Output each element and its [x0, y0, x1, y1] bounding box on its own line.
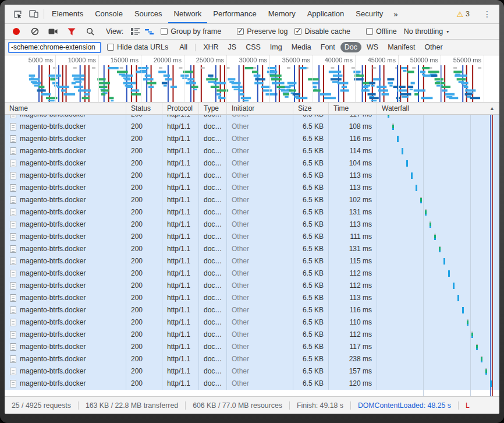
preserve-log-label: Preserve log — [247, 27, 288, 36]
cell-name: magento-btrfs.docker — [5, 170, 126, 182]
table-row[interactable]: magento-btrfs.docker200http/1.1doc…Other… — [5, 194, 499, 206]
table-row[interactable]: magento-btrfs.docker200http/1.1doc…Other… — [5, 304, 499, 316]
table-row[interactable]: magento-btrfs.docker200http/1.1doc…Other… — [5, 341, 499, 353]
table-row[interactable]: magento-btrfs.docker200http/1.1doc…Other… — [5, 353, 499, 365]
cell-time: 113 ms — [328, 218, 377, 231]
table-row[interactable]: magento-btrfs.docker200http/1.1doc…Other… — [5, 292, 499, 304]
cell-type: doc… — [198, 316, 226, 329]
cell-initiator: Other — [226, 267, 293, 280]
clear-network-log-button[interactable] — [28, 25, 42, 38]
inspect-element-icon[interactable] — [9, 5, 26, 23]
capture-screenshots-icon[interactable] — [46, 25, 60, 38]
hide-data-urls-label: Hide data URLs — [117, 43, 168, 51]
table-row[interactable]: magento-btrfs.docker200http/1.1doc…Other… — [5, 280, 499, 292]
cell-waterfall — [377, 231, 499, 243]
table-row[interactable]: magento-btrfs.docker200http/1.1doc…Other… — [5, 115, 499, 121]
table-row[interactable]: magento-btrfs.docker200http/1.1doc…Other… — [5, 206, 499, 218]
table-row[interactable]: magento-btrfs.docker200http/1.1doc…Other… — [5, 255, 499, 267]
cell-initiator: Other — [226, 194, 293, 206]
search-icon[interactable] — [83, 25, 97, 38]
type-filter-other[interactable]: Other — [420, 42, 446, 52]
tab-security[interactable]: Security — [350, 5, 389, 23]
table-row[interactable]: magento-btrfs.docker200http/1.1doc…Other… — [5, 170, 499, 182]
large-request-rows-icon[interactable] — [128, 25, 142, 38]
cell-size: 6.5 KB — [293, 243, 328, 255]
column-header-initiator[interactable]: Initiator — [226, 103, 293, 114]
table-row[interactable]: magento-btrfs.docker200http/1.1doc…Other… — [5, 182, 499, 194]
cell-size: 6.5 KB — [293, 231, 328, 243]
tab-performance[interactable]: Performance — [207, 5, 262, 23]
type-filter-xhr[interactable]: XHR — [199, 42, 222, 52]
cell-time: 116 ms — [328, 304, 377, 316]
cell-waterfall — [377, 243, 499, 255]
table-row[interactable]: magento-btrfs.docker200http/1.1doc…Other… — [5, 243, 499, 255]
column-header-status[interactable]: Status — [126, 103, 162, 114]
table-row[interactable]: magento-btrfs.docker200http/1.1doc…Other… — [5, 378, 499, 390]
table-row[interactable]: magento-btrfs.docker200http/1.1doc…Other… — [5, 329, 499, 341]
type-filter-ws[interactable]: WS — [363, 42, 382, 52]
tab-network[interactable]: Network — [168, 5, 208, 23]
cell-type: doc… — [198, 133, 226, 145]
document-icon — [10, 160, 16, 167]
cell-type: doc… — [198, 280, 226, 292]
table-row[interactable]: magento-btrfs.docker200http/1.1doc…Other… — [5, 365, 499, 378]
table-row[interactable]: magento-btrfs.docker200http/1.1doc…Other… — [5, 267, 499, 280]
cell-status: 200 — [126, 121, 162, 133]
request-name: magento-btrfs.docker — [20, 292, 86, 304]
type-filter-media[interactable]: Media — [288, 42, 315, 52]
show-overview-icon[interactable] — [142, 25, 156, 38]
throttling-dropdown[interactable]: No throttling ▾ — [404, 27, 449, 36]
type-filter-all[interactable]: All — [175, 42, 191, 52]
type-filter-manifest[interactable]: Manifest — [384, 42, 419, 52]
table-row[interactable]: magento-btrfs.docker200http/1.1doc…Other… — [5, 157, 499, 170]
resource-type-filters: AllXHRJSCSSImgMediaFontDocWSManifestOthe… — [175, 42, 446, 52]
tab-console[interactable]: Console — [89, 5, 129, 23]
type-filter-doc[interactable]: Doc — [340, 42, 361, 52]
more-tabs-button[interactable]: » — [389, 5, 402, 23]
filter-icon[interactable] — [65, 25, 79, 38]
disable-cache-checkbox[interactable] — [294, 28, 301, 35]
cell-size: 6.5 KB — [293, 182, 328, 194]
network-overview-timeline[interactable]: 5000 ms10000 ms15000 ms20000 ms25000 ms3… — [5, 55, 499, 103]
document-icon — [10, 184, 16, 192]
table-row[interactable]: magento-btrfs.docker200http/1.1doc…Other… — [5, 145, 499, 157]
cell-waterfall — [377, 170, 499, 182]
cell-protocol: http/1.1 — [162, 194, 198, 206]
table-row[interactable]: magento-btrfs.docker200http/1.1doc…Other… — [5, 133, 499, 145]
hide-data-urls-checkbox[interactable] — [107, 44, 114, 51]
column-header-type[interactable]: Type — [198, 103, 226, 114]
tab-application[interactable]: Application — [301, 5, 350, 23]
table-row[interactable]: magento-btrfs.docker200http/1.1doc…Other… — [5, 218, 499, 231]
device-toolbar-icon[interactable] — [26, 5, 42, 23]
tab-sources[interactable]: Sources — [129, 5, 168, 23]
group-by-frame-checkbox[interactable] — [161, 28, 168, 35]
tab-elements[interactable]: Elements — [46, 5, 89, 23]
cell-status: 200 — [126, 115, 162, 121]
document-icon — [10, 209, 16, 216]
column-header-name[interactable]: Name — [5, 103, 126, 114]
preserve-log-checkbox[interactable] — [237, 28, 244, 35]
filter-input[interactable] — [8, 42, 101, 53]
cell-waterfall — [377, 329, 499, 341]
type-filter-font[interactable]: Font — [317, 42, 339, 52]
column-header-protocol[interactable]: Protocol — [162, 103, 198, 114]
tab-memory[interactable]: Memory — [262, 5, 301, 23]
timeline-label: 25000 ms — [183, 57, 224, 65]
table-row[interactable]: magento-btrfs.docker200http/1.1doc…Other… — [5, 121, 499, 133]
devtools-menu-icon[interactable]: ⋮ — [478, 9, 496, 19]
request-name: magento-btrfs.docker — [20, 255, 86, 267]
cell-protocol: http/1.1 — [162, 280, 198, 292]
column-header-waterfall[interactable]: Waterfall ▲ — [377, 103, 499, 114]
table-row[interactable]: magento-btrfs.docker200http/1.1doc…Other… — [5, 316, 499, 329]
column-header-time[interactable]: Time — [328, 103, 377, 114]
cell-protocol: http/1.1 — [162, 341, 198, 353]
type-filter-css[interactable]: CSS — [242, 42, 265, 52]
table-row[interactable]: magento-btrfs.docker200http/1.1doc…Other… — [5, 231, 499, 243]
record-network-log-button[interactable] — [9, 25, 23, 38]
waterfall-bar — [462, 307, 464, 313]
offline-checkbox[interactable] — [366, 28, 373, 35]
column-header-size[interactable]: Size — [293, 103, 328, 114]
console-warning-badge[interactable]: ⚠ 3 — [452, 10, 474, 18]
type-filter-js[interactable]: JS — [224, 42, 241, 52]
type-filter-img[interactable]: Img — [266, 42, 286, 52]
